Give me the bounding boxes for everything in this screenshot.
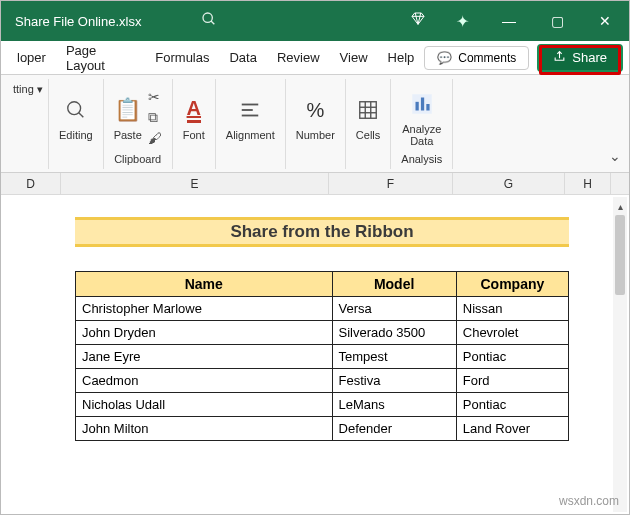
cell-model[interactable]: Defender — [332, 417, 456, 441]
cell-name[interactable]: Jane Eyre — [76, 345, 333, 369]
comment-icon: 💬 — [437, 51, 452, 65]
column-headers: D E F G H — [1, 173, 629, 195]
cell-model[interactable]: Festiva — [332, 369, 456, 393]
data-table: Name Model Company Christopher MarloweVe… — [75, 271, 569, 441]
cell-company[interactable]: Pontiac — [456, 345, 568, 369]
editing-label: Editing — [59, 129, 93, 141]
tab-formulas[interactable]: Formulas — [145, 41, 219, 74]
table-row: Nicholas UdallLeMansPontiac — [76, 393, 569, 417]
watermark: wsxdn.com — [559, 494, 619, 508]
cell-company[interactable]: Nissan — [456, 297, 568, 321]
table-body: Christopher MarloweVersaNissanJohn Dryde… — [76, 297, 569, 441]
percent-icon: % — [306, 93, 324, 127]
analyze-label: Analyze Data — [402, 123, 441, 147]
search-icon[interactable] — [201, 11, 217, 31]
svg-rect-7 — [360, 102, 377, 119]
cells-group: Cells — [346, 79, 391, 169]
alignment-button[interactable]: Alignment — [226, 93, 275, 141]
share-label: Share — [572, 50, 607, 65]
ribbon: tting ▾ Editing 📋 Paste ✂ ⧉ 🖌 Clipboard … — [1, 75, 629, 173]
col-header-g[interactable]: G — [453, 173, 565, 194]
cell-model[interactable]: Tempest — [332, 345, 456, 369]
vertical-scrollbar[interactable]: ▴ — [613, 197, 627, 512]
minimize-button[interactable]: — — [485, 1, 533, 41]
col-header-h[interactable]: H — [565, 173, 611, 194]
editing-button[interactable]: Editing — [59, 93, 93, 141]
editing-group: Editing — [49, 79, 104, 169]
maximize-button[interactable]: ▢ — [533, 1, 581, 41]
clipboard-icon: 📋 — [114, 93, 141, 127]
analyze-data-button[interactable]: Analyze Data — [402, 87, 441, 147]
header-company[interactable]: Company — [456, 272, 568, 297]
analysis-label: Analysis — [401, 153, 442, 167]
header-name[interactable]: Name — [76, 272, 333, 297]
cut-icon[interactable]: ✂ — [148, 89, 162, 105]
diamond-icon[interactable] — [410, 11, 426, 31]
font-label: Font — [183, 129, 205, 141]
analyze-icon — [409, 87, 435, 121]
tab-page-layout[interactable]: Page Layout — [56, 41, 145, 74]
comments-label: Comments — [458, 51, 516, 65]
clipboard-mini[interactable]: ✂ ⧉ 🖌 — [148, 89, 162, 146]
table-row: CaedmonFestivaFord — [76, 369, 569, 393]
tab-data[interactable]: Data — [219, 41, 266, 74]
tab-help[interactable]: Help — [378, 41, 425, 74]
cell-name[interactable]: John Milton — [76, 417, 333, 441]
alignment-group: Alignment — [216, 79, 286, 169]
scroll-up-icon[interactable]: ▴ — [613, 197, 627, 215]
cell-model[interactable]: Silverado 3500 — [332, 321, 456, 345]
clipboard-group: 📋 Paste ✂ ⧉ 🖌 Clipboard — [104, 79, 173, 169]
table-row: Christopher MarloweVersaNissan — [76, 297, 569, 321]
svg-point-0 — [203, 13, 212, 22]
font-button[interactable]: A Font — [183, 93, 205, 141]
copy-icon[interactable]: ⧉ — [148, 109, 162, 126]
svg-rect-13 — [415, 102, 418, 111]
number-label: Number — [296, 129, 335, 141]
font-group: A Font — [173, 79, 216, 169]
ribbon-collapse-icon[interactable]: ⌄ — [609, 148, 621, 164]
cell-company[interactable]: Ford — [456, 369, 568, 393]
col-header-f[interactable]: F — [329, 173, 453, 194]
cells-button[interactable]: Cells — [356, 93, 380, 141]
chevron-down-icon[interactable]: ▾ — [37, 83, 43, 95]
cell-name[interactable]: Nicholas Udall — [76, 393, 333, 417]
format-painter-icon[interactable]: 🖌 — [148, 130, 162, 146]
tab-developer[interactable]: loper — [7, 41, 56, 74]
svg-rect-14 — [421, 98, 424, 111]
worksheet-area: D E F G H Share from the Ribbon Name Mod… — [1, 173, 629, 515]
cell-name[interactable]: Caedmon — [76, 369, 333, 393]
title-bar: Share File Online.xlsx ✦ — ▢ ✕ — [1, 1, 629, 41]
cell-model[interactable]: Versa — [332, 297, 456, 321]
paste-label: Paste — [114, 129, 142, 141]
scroll-thumb[interactable] — [615, 215, 625, 295]
svg-rect-15 — [426, 104, 429, 111]
table-row: John MiltonDefenderLand Rover — [76, 417, 569, 441]
share-button[interactable]: Share — [537, 44, 623, 72]
cell-name[interactable]: Christopher Marlowe — [76, 297, 333, 321]
table-row: Jane EyreTempestPontiac — [76, 345, 569, 369]
clipboard-label: Clipboard — [114, 153, 161, 167]
group-label-partial: tting — [13, 83, 34, 95]
tab-review[interactable]: Review — [267, 41, 330, 74]
col-header-e[interactable]: E — [61, 173, 329, 194]
file-name: Share File Online.xlsx — [1, 14, 161, 29]
search-icon — [65, 93, 87, 127]
wand-icon[interactable]: ✦ — [456, 12, 469, 31]
alignment-label: Alignment — [226, 129, 275, 141]
col-header-d[interactable]: D — [1, 173, 61, 194]
paste-button[interactable]: 📋 Paste — [114, 93, 142, 141]
tab-view[interactable]: View — [330, 41, 378, 74]
cell-model[interactable]: LeMans — [332, 393, 456, 417]
cells-canvas[interactable]: Share from the Ribbon Name Model Company… — [1, 195, 629, 441]
cells-label: Cells — [356, 129, 380, 141]
cell-name[interactable]: John Dryden — [76, 321, 333, 345]
header-model[interactable]: Model — [332, 272, 456, 297]
table-header-row: Name Model Company — [76, 272, 569, 297]
cell-company[interactable]: Land Rover — [456, 417, 568, 441]
cell-company[interactable]: Chevrolet — [456, 321, 568, 345]
comments-button[interactable]: 💬 Comments — [424, 46, 529, 70]
number-button[interactable]: % Number — [296, 93, 335, 141]
title-cell[interactable]: Share from the Ribbon — [75, 217, 569, 247]
cell-company[interactable]: Pontiac — [456, 393, 568, 417]
close-button[interactable]: ✕ — [581, 1, 629, 41]
